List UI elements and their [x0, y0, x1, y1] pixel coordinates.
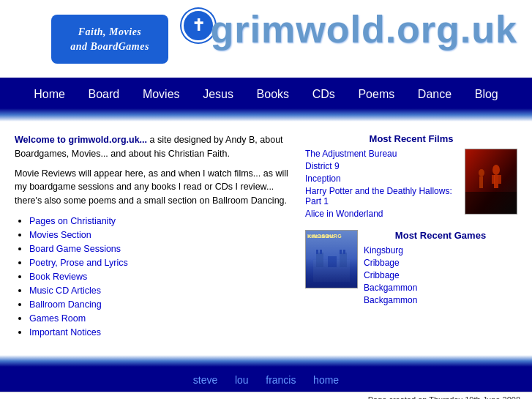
most-recent-games-section: KINGSBURG Most Recent Games — [305, 230, 517, 307]
list-item: Backgammon — [364, 295, 517, 305]
nav-poems[interactable]: Poems — [358, 88, 394, 100]
list-item: Book Reviews — [29, 271, 291, 282]
game-link-2[interactable]: Cribbage — [364, 258, 400, 268]
svg-rect-13 — [328, 256, 337, 267]
list-item: Important Notices — [29, 327, 291, 338]
left-column: Welcome to grimwold.org.uk... a site des… — [15, 133, 291, 340]
nav-home[interactable]: Home — [34, 88, 65, 100]
link-movies[interactable]: Movies Section — [29, 230, 91, 240]
list-item: Ballroom Dancing — [29, 299, 291, 310]
films-list-column: The Adjustment Bureau District 9 Incepti… — [305, 149, 459, 221]
faith-tagline: Faith, Movies and BoardGames — [51, 15, 168, 64]
list-item: Games Room — [29, 313, 291, 324]
footer-link-steve[interactable]: steve — [193, 374, 217, 386]
list-item: Cribbage — [364, 258, 517, 268]
link-notices[interactable]: Important Notices — [29, 327, 101, 338]
wave-separator-bottom — [0, 355, 532, 367]
svg-rect-4 — [492, 175, 495, 184]
film-link-3[interactable]: Inception — [305, 174, 341, 184]
main-nav: Home Board Movies Jesus Books CDs Poems … — [0, 81, 532, 108]
nav-board[interactable]: Board — [89, 88, 120, 100]
footer-link-home[interactable]: home — [313, 374, 339, 386]
games-area: KINGSBURG Most Recent Games — [305, 230, 517, 307]
svg-rect-5 — [498, 175, 501, 184]
list-item: Movies Section — [29, 229, 291, 240]
link-games-room[interactable]: Games Room — [29, 313, 86, 324]
films-section-title: Most Recent Films — [305, 133, 517, 144]
intro-paragraph: Welcome to grimwold.org.uk... a site des… — [15, 133, 291, 161]
film-thumbnail — [465, 149, 517, 215]
main-content: Welcome to grimwold.org.uk... a site des… — [0, 122, 532, 348]
svg-rect-12 — [340, 253, 347, 267]
game-link-3[interactable]: Cribbage — [364, 270, 400, 280]
list-item: Pages on Christianity — [29, 215, 291, 226]
svg-point-2 — [492, 165, 500, 175]
most-recent-films-section: Most Recent Films The Adjustment Bureau … — [305, 133, 517, 221]
svg-rect-15 — [320, 250, 322, 254]
svg-rect-16 — [340, 250, 342, 254]
footer-bottom: Page created on Thursday 19th June 2008 — [0, 392, 532, 399]
nav-dance[interactable]: Dance — [418, 88, 452, 100]
list-item: Board Game Sessions — [29, 243, 291, 254]
film-link-1[interactable]: The Adjustment Bureau — [305, 149, 397, 159]
link-christianity[interactable]: Pages on Christianity — [29, 216, 116, 226]
intro-bold: Welcome to grimwold.org.uk... — [15, 135, 147, 145]
film-link-4[interactable]: Harry Potter and the Deathly Hallows: Pa… — [305, 186, 452, 206]
svg-rect-8 — [306, 231, 358, 288]
films-area: The Adjustment Bureau District 9 Incepti… — [305, 149, 517, 221]
right-column: Most Recent Films The Adjustment Bureau … — [305, 133, 517, 340]
link-ballroom[interactable]: Ballroom Dancing — [29, 299, 102, 310]
svg-point-6 — [479, 169, 484, 176]
tagline-line2: and BoardGames — [70, 41, 149, 52]
nav-blog[interactable]: Blog — [475, 88, 498, 100]
link-poetry[interactable]: Poetry, Prose and Lyrics — [29, 258, 128, 268]
list-item: Alice in Wonderland — [305, 209, 459, 219]
nav-cds[interactable]: CDs — [312, 88, 335, 100]
games-list: Kingsburg Cribbage Cribbage Backgammon B… — [364, 245, 517, 305]
game-link-5[interactable]: Backgammon — [364, 295, 417, 305]
svg-rect-14 — [316, 250, 318, 254]
nav-movies[interactable]: Movies — [143, 88, 180, 100]
list-item: Poetry, Prose and Lyrics — [29, 257, 291, 268]
nav-jesus[interactable]: Jesus — [203, 88, 233, 100]
list-item: Kingsburg — [364, 245, 517, 256]
tagline-line1: Faith, Movies — [78, 26, 142, 37]
link-books[interactable]: Book Reviews — [29, 272, 87, 282]
description-paragraph: Movie Reviews will appear here, as and w… — [15, 167, 291, 208]
svg-rect-17 — [343, 250, 345, 254]
list-item: The Adjustment Bureau — [305, 149, 459, 159]
svg-rect-1 — [465, 149, 517, 215]
site-title: grimwold.org.uk — [211, 7, 517, 51]
game-link-1[interactable]: Kingsburg — [364, 245, 403, 256]
list-item: Music CD Articles — [29, 285, 291, 296]
welcome-section: Welcome to grimwold.org.uk... a site des… — [15, 133, 291, 208]
games-list-column: Most Recent Games Kingsburg Cribbage Cri… — [364, 230, 517, 307]
list-item: District 9 — [305, 161, 459, 171]
film-link-2[interactable]: District 9 — [305, 161, 340, 171]
list-item: Inception — [305, 174, 459, 184]
site-links-list: Pages on Christianity Movies Section Boa… — [15, 215, 291, 338]
film-link-5[interactable]: Alice in Wonderland — [305, 209, 383, 219]
svg-rect-11 — [316, 253, 323, 267]
page-created-text: Page created on Thursday 19th June 2008 — [368, 395, 520, 399]
list-item: Harry Potter and the Deathly Hallows: Pa… — [305, 186, 459, 206]
list-item: Cribbage — [364, 270, 517, 280]
film-thumbnail-image — [465, 149, 517, 214]
svg-text:KINGSBURG: KINGSBURG — [308, 234, 335, 239]
game-thumbnail: KINGSBURG — [305, 230, 358, 288]
link-boardgames[interactable]: Board Game Sessions — [29, 244, 121, 254]
svg-rect-7 — [479, 176, 483, 188]
list-item: Backgammon — [364, 283, 517, 293]
footer-link-lou[interactable]: lou — [235, 374, 249, 386]
svg-rect-10 — [313, 260, 350, 282]
wave-separator-top — [0, 108, 532, 122]
games-section-title: Most Recent Games — [364, 230, 517, 241]
footer: steve lou francis home — [0, 367, 532, 392]
footer-link-francis[interactable]: francis — [266, 374, 296, 386]
game-link-4[interactable]: Backgammon — [364, 283, 417, 293]
nav-books[interactable]: Books — [257, 88, 289, 100]
header: Faith, Movies and BoardGames ✝ grimwold.… — [0, 0, 532, 81]
films-list: The Adjustment Bureau District 9 Incepti… — [305, 149, 459, 219]
link-music-cd[interactable]: Music CD Articles — [29, 286, 101, 296]
